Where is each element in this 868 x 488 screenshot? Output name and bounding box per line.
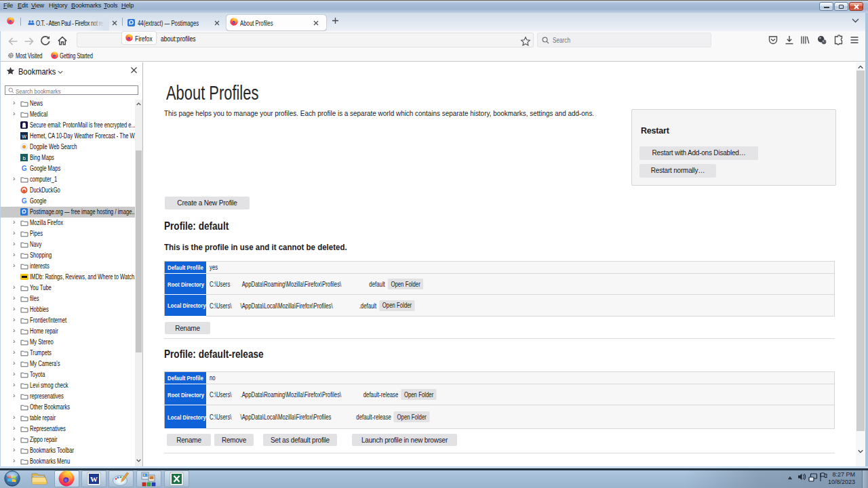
svg-text:W: W: [90, 475, 98, 483]
svg-text:W: W: [22, 134, 26, 139]
svg-text:G: G: [22, 197, 27, 205]
svg-text:G: G: [22, 165, 27, 172]
